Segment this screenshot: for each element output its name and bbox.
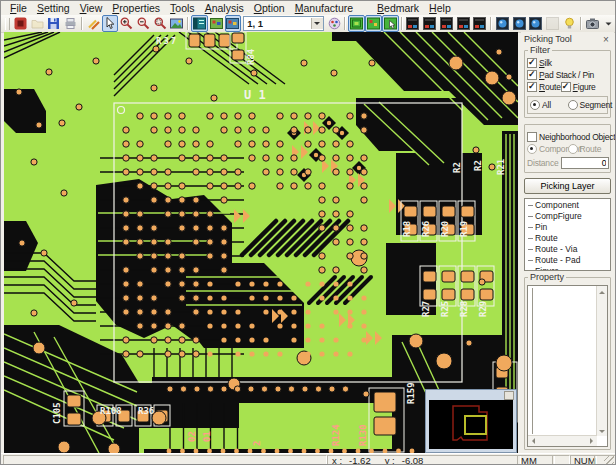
layer-color-icon[interactable]	[326, 15, 343, 32]
toolbar-separator	[187, 17, 189, 30]
panel-close-icon[interactable]: ×	[601, 34, 611, 45]
neighborhood-checkbox[interactable]	[527, 132, 537, 142]
zoom-window-icon[interactable]	[152, 15, 169, 32]
radio-all[interactable]: All	[530, 100, 568, 110]
layer-item-route[interactable]: Route	[525, 233, 610, 244]
measure-pens-icon[interactable]	[85, 15, 102, 32]
layer-item-route-via[interactable]: Route - Via	[525, 244, 610, 255]
toolbar-overflow-icon[interactable]	[600, 15, 616, 32]
board-pick-view-icon[interactable]	[382, 15, 399, 32]
layer-preset-2-icon[interactable]	[421, 15, 438, 32]
report-icon[interactable]	[528, 15, 545, 32]
combo-dropdown-icon[interactable]	[311, 18, 323, 29]
board-view-2-icon[interactable]	[365, 15, 382, 32]
menu-analysis[interactable]: Analysis	[200, 1, 249, 15]
select-cursor-icon[interactable]	[102, 15, 119, 32]
distance-label: Distance	[527, 158, 558, 168]
menu-file[interactable]: File	[5, 1, 32, 15]
overview-titlebar[interactable]	[426, 390, 516, 400]
resize-grip[interactable]	[604, 456, 614, 465]
checkbox-neighborhood-object[interactable]: Neighborhood Object	[527, 132, 608, 142]
layer-pair-combobox[interactable]: 1, 1	[243, 16, 323, 31]
radio-component[interactable]: Component	[527, 144, 568, 154]
save-icon[interactable]	[45, 15, 62, 32]
menu-help[interactable]: Help	[424, 1, 456, 15]
checkbox-pad-stack-pin[interactable]: Pad Stack / Pin	[527, 70, 594, 80]
checkbox-figure[interactable]: Figure	[561, 82, 596, 92]
panel-titlebar[interactable]: Picking Tool ×	[521, 32, 614, 46]
application-window: FileSettingViewPropertiesToolsAnalysisOp…	[0, 0, 616, 465]
scope-radio-box: AllSegment	[527, 96, 608, 114]
vertical-scrollbar[interactable]	[596, 286, 607, 436]
blank-icon[interactable]	[544, 15, 561, 32]
board-bottom-view-icon[interactable]	[225, 15, 242, 32]
board-view-1-icon[interactable]	[348, 15, 365, 32]
picking-layer-list[interactable]: ComponentCompFigurePinRouteRoute - ViaRo…	[524, 198, 611, 271]
radio-segment[interactable]: Segment	[568, 100, 606, 110]
zoom-out-icon[interactable]	[135, 15, 152, 32]
menu-properties[interactable]: Properties	[107, 1, 165, 15]
property-group: Property	[524, 277, 611, 450]
layer-panel-icon[interactable]	[191, 15, 208, 32]
app-logo-icon[interactable]	[12, 15, 29, 32]
menu-setting[interactable]: Setting	[32, 1, 75, 15]
checkbox-route[interactable]: Route	[527, 82, 561, 92]
layer-preset-5-icon[interactable]	[471, 15, 488, 32]
board-top-view-icon[interactable]	[208, 15, 225, 32]
property-grid[interactable]	[527, 285, 608, 447]
zoom-in-icon[interactable]	[118, 15, 135, 32]
layer-preset-1-icon[interactable]	[405, 15, 422, 32]
picking-layer-button[interactable]: Picking Layer	[524, 178, 611, 194]
zoom-fit-icon[interactable]	[168, 15, 185, 32]
radio-route[interactable]: Route	[568, 144, 609, 154]
silk-label-r130: R130	[358, 424, 368, 446]
scroll-left-icon[interactable]	[529, 438, 535, 444]
toolbar-separator	[490, 17, 492, 30]
toolbar: 1, 1	[1, 15, 616, 33]
layer-preset-3-icon[interactable]	[438, 15, 455, 32]
status-numlock-segment: NUM	[570, 455, 597, 465]
checkbox-silk[interactable]: Silk	[527, 58, 552, 68]
menu-option[interactable]: Option	[249, 1, 290, 15]
menu-view[interactable]: View	[75, 1, 108, 15]
layer-item-route-pad[interactable]: Route - Pad	[525, 255, 610, 266]
scroll-down-icon[interactable]	[599, 430, 605, 436]
silk-label-r18: R18	[402, 221, 412, 237]
silk-label-r36: R36	[138, 406, 154, 416]
menu-bedmark[interactable]: Bedmark	[372, 1, 424, 15]
silk-label-02: 02	[187, 431, 197, 442]
silk-label-r19: R19	[459, 221, 469, 237]
status-empty-segment	[552, 455, 570, 465]
silk-label-r159: R159	[406, 382, 416, 404]
highlight-bulb-icon[interactable]	[561, 15, 578, 32]
silk-label-r29: R29	[478, 301, 488, 317]
silk-label-r27: R27	[421, 301, 431, 317]
layer-item-component[interactable]: Component	[525, 200, 610, 211]
scroll-right-icon[interactable]	[590, 438, 596, 444]
layer-item-pin[interactable]: Pin	[525, 222, 610, 233]
toolbar-separator	[580, 17, 582, 30]
overview-map[interactable]	[429, 400, 513, 449]
net-view-icon[interactable]	[511, 15, 528, 32]
silk-label-r108: R108	[100, 406, 122, 416]
horizontal-scrollbar[interactable]	[528, 435, 597, 446]
open-file-icon[interactable]	[29, 15, 46, 32]
layer-item-figure[interactable]: Figure	[525, 266, 610, 271]
silk-label-r20: R20	[440, 221, 450, 237]
print-icon[interactable]	[62, 15, 79, 32]
toolbar-grip[interactable]	[5, 18, 10, 30]
menu-tools[interactable]: Tools	[165, 1, 200, 15]
drc-check-icon[interactable]	[494, 15, 511, 32]
distance-input[interactable]	[561, 157, 609, 169]
layer-item-compfigure[interactable]: CompFigure	[525, 211, 610, 222]
screenshot-camera-icon[interactable]	[584, 15, 601, 32]
overview-close-button[interactable]	[504, 391, 514, 400]
menu-manufacture[interactable]: Manufacture	[290, 1, 358, 15]
coord-x-label: x :	[332, 455, 342, 465]
layer-preset-4-icon[interactable]	[455, 15, 472, 32]
property-grid-divider	[532, 288, 533, 434]
scroll-up-icon[interactable]	[599, 288, 605, 294]
silk-label-r26: R26	[421, 221, 431, 237]
overview-viewport-rect[interactable]	[465, 416, 486, 434]
overview-window[interactable]	[425, 389, 517, 453]
